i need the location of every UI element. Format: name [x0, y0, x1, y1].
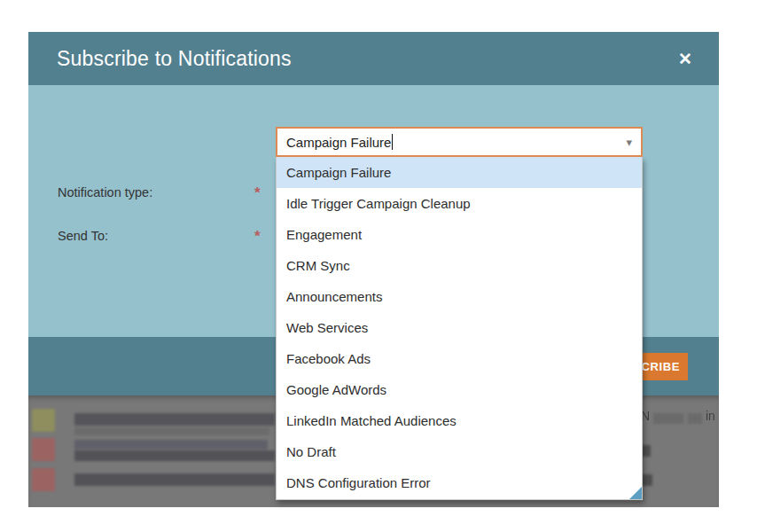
chevron-down-icon[interactable]: ▾: [626, 137, 632, 148]
dropdown-option[interactable]: Web Services: [277, 312, 642, 343]
text-bar: [74, 473, 275, 486]
dropdown-option[interactable]: Engagement: [277, 219, 642, 250]
text-bar: [74, 427, 269, 435]
notification-type-combobox[interactable]: Campaign Failure ▾: [276, 127, 643, 157]
row-status-icon: [32, 438, 55, 461]
combobox-value: Campaign Failure: [286, 135, 391, 150]
dropdown-option[interactable]: No Draft: [277, 436, 642, 467]
text-fragment: in: [706, 409, 715, 423]
modal-header: Subscribe to Notifications ✕: [28, 32, 719, 85]
text-bar: [74, 413, 275, 426]
row-status-icon: [32, 409, 55, 432]
resize-handle[interactable]: [629, 487, 642, 499]
dropdown-option[interactable]: Facebook Ads: [277, 343, 642, 374]
send-to-label: Send To:: [58, 229, 108, 243]
text-bar: [653, 413, 683, 424]
dropdown-option[interactable]: Campaign Failure: [277, 157, 642, 188]
page-root: N in Subscribe to Notifications ✕ Notifi…: [0, 0, 757, 532]
dropdown-option[interactable]: DNS Configuration Error: [277, 467, 642, 498]
dropdown-option[interactable]: Idle Trigger Campaign Cleanup: [277, 188, 642, 219]
modal-title: Subscribe to Notifications: [57, 47, 292, 71]
text-bar: [688, 413, 702, 424]
row-status-icon: [32, 468, 55, 491]
dropdown-option[interactable]: Announcements: [277, 281, 642, 312]
close-icon[interactable]: ✕: [678, 51, 692, 67]
text-caret: [392, 134, 393, 150]
dropdown-option[interactable]: Google AdWords: [277, 374, 642, 405]
dropdown-option[interactable]: CRM Sync: [277, 250, 642, 281]
text-bar: [74, 450, 275, 461]
notification-type-label: Notification type:: [58, 185, 152, 200]
required-asterisk: *: [254, 184, 261, 202]
notification-type-dropdown-panel: Campaign Failure Idle Trigger Campaign C…: [276, 157, 643, 500]
required-asterisk: *: [254, 228, 261, 246]
dropdown-option[interactable]: LinkedIn Matched Audiences: [277, 405, 642, 436]
text-bar: [74, 440, 268, 450]
